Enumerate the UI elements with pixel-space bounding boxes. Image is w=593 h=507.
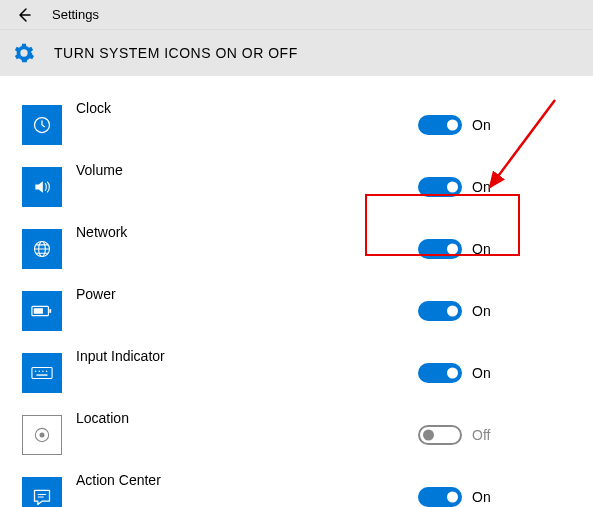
setting-label: Clock bbox=[76, 94, 111, 116]
svg-point-10 bbox=[46, 370, 47, 371]
network-icon bbox=[22, 229, 62, 269]
toggle-switch[interactable] bbox=[418, 425, 462, 445]
window-title: Settings bbox=[52, 7, 99, 22]
toggle-knob bbox=[447, 120, 458, 131]
toggle-switch[interactable] bbox=[418, 301, 462, 321]
svg-point-9 bbox=[42, 370, 43, 371]
toggle-group: On bbox=[418, 115, 491, 135]
toggle-group: On bbox=[418, 177, 491, 197]
svg-point-8 bbox=[39, 370, 40, 371]
svg-rect-5 bbox=[49, 309, 51, 313]
page-header: TURN SYSTEM ICONS ON OR OFF bbox=[0, 30, 593, 76]
svg-point-7 bbox=[35, 370, 36, 371]
keyboard-icon bbox=[22, 353, 62, 393]
toggle-group: On bbox=[418, 363, 491, 383]
toggle-knob bbox=[447, 182, 458, 193]
toggle-state-label: On bbox=[472, 179, 491, 195]
clock-icon bbox=[22, 105, 62, 145]
setting-row: LocationOff bbox=[22, 404, 593, 466]
setting-row: NetworkOn bbox=[22, 218, 593, 280]
setting-row: Action CenterOn bbox=[22, 466, 593, 507]
location-icon bbox=[22, 415, 62, 455]
back-button[interactable] bbox=[12, 3, 36, 27]
setting-label: Location bbox=[76, 404, 129, 426]
svg-rect-11 bbox=[37, 374, 48, 375]
toggle-knob bbox=[447, 492, 458, 503]
setting-label: Action Center bbox=[76, 466, 161, 488]
toggle-switch[interactable] bbox=[418, 487, 462, 507]
setting-label: Network bbox=[76, 218, 127, 240]
toggle-knob bbox=[423, 430, 434, 441]
toggle-state-label: On bbox=[472, 117, 491, 133]
toggle-state-label: On bbox=[472, 489, 491, 505]
toggle-switch[interactable] bbox=[418, 363, 462, 383]
setting-row: PowerOn bbox=[22, 280, 593, 342]
toggle-switch[interactable] bbox=[418, 177, 462, 197]
setting-label: Input Indicator bbox=[76, 342, 165, 364]
toggle-switch[interactable] bbox=[418, 239, 462, 259]
power-icon bbox=[22, 291, 62, 331]
toggle-state-label: Off bbox=[472, 427, 490, 443]
toggle-state-label: On bbox=[472, 303, 491, 319]
action-center-icon bbox=[22, 477, 62, 507]
svg-rect-4 bbox=[34, 308, 43, 314]
toggle-group: Off bbox=[418, 425, 490, 445]
toggle-switch[interactable] bbox=[418, 115, 462, 135]
title-bar: Settings bbox=[0, 0, 593, 30]
setting-label: Power bbox=[76, 280, 116, 302]
volume-icon bbox=[22, 167, 62, 207]
toggle-state-label: On bbox=[472, 241, 491, 257]
setting-row: VolumeOn bbox=[22, 156, 593, 218]
setting-row: Input IndicatorOn bbox=[22, 342, 593, 404]
setting-label: Volume bbox=[76, 156, 123, 178]
settings-list: ClockOnVolumeOnNetworkOnPowerOnInput Ind… bbox=[0, 76, 593, 507]
svg-point-13 bbox=[40, 433, 45, 438]
page-title: TURN SYSTEM ICONS ON OR OFF bbox=[54, 45, 298, 61]
toggle-group: On bbox=[418, 301, 491, 321]
toggle-state-label: On bbox=[472, 365, 491, 381]
toggle-knob bbox=[447, 244, 458, 255]
toggle-group: On bbox=[418, 239, 491, 259]
toggle-knob bbox=[447, 368, 458, 379]
toggle-knob bbox=[447, 306, 458, 317]
svg-rect-6 bbox=[32, 368, 52, 379]
back-arrow-icon bbox=[16, 7, 32, 23]
toggle-group: On bbox=[418, 487, 491, 507]
setting-row: ClockOn bbox=[22, 94, 593, 156]
gear-icon bbox=[10, 39, 38, 67]
